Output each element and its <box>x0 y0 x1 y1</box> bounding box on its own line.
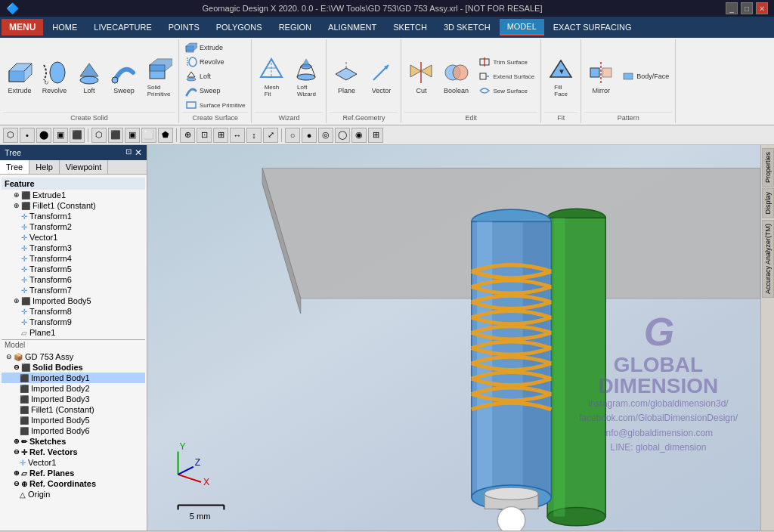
svg-marker-27 <box>336 68 357 80</box>
loft-surface-button[interactable]: Loft <box>182 70 248 83</box>
toolbar-sep3 <box>281 128 282 142</box>
sew-surface-button[interactable]: Sew Surface <box>475 84 537 97</box>
tree-item-transform1[interactable]: ✛ Transform1 <box>2 211 145 221</box>
mesh-fit-button[interactable]: MeshFit <box>255 54 288 99</box>
menu-livecapture[interactable]: LIVECAPTURE <box>86 19 159 36</box>
toolbar-icon13[interactable]: ● <box>302 128 317 143</box>
menu-model[interactable]: MODEL <box>500 19 544 36</box>
loft-solid-button[interactable]: Loft <box>73 57 106 96</box>
toolbar-icon14[interactable]: ◎ <box>318 128 333 143</box>
panel-close-button[interactable]: ✕ <box>135 147 142 158</box>
toolbar-icon8[interactable]: ⊞ <box>213 128 228 143</box>
right-tab-display[interactable]: Display <box>762 188 774 218</box>
boolean-button[interactable]: Boolean <box>439 57 472 96</box>
toolbar-face-btn[interactable]: ▣ <box>53 128 68 143</box>
toolbar-icon12[interactable]: ○ <box>285 128 300 143</box>
tree-item-transform4[interactable]: ✛ Transform4 <box>2 253 145 264</box>
toolbar-icon2[interactable]: ⬛ <box>108 128 123 143</box>
sweep-surface-button[interactable]: Sweep <box>182 84 248 97</box>
tree-item-ref-vectors[interactable]: ⊖ ✛ Ref. Vectors <box>2 447 145 457</box>
tree-item-transform8[interactable]: ✛ Transform8 <box>2 306 145 317</box>
extrude-solid-button[interactable]: Extrude <box>3 57 36 96</box>
fill-face-button[interactable]: ▼ FillFace <box>544 54 577 99</box>
menu-polygons[interactable]: POLYGONS <box>209 19 270 36</box>
maximize-button[interactable]: □ <box>741 2 753 14</box>
cut-button[interactable]: Cut <box>404 57 438 96</box>
toolbar-icon5[interactable]: ⬟ <box>158 128 173 143</box>
main-area: Tree ⊡ ✕ Tree Help Viewpoint Feature ⊕ ⬛… <box>0 145 774 530</box>
toolbar-icon17[interactable]: ⊞ <box>368 128 383 143</box>
tree-item-imported-body2[interactable]: ⬛ Imported Body2 <box>2 383 145 394</box>
menu-home[interactable]: HOME <box>45 19 85 36</box>
tab-tree[interactable]: Tree <box>0 160 29 174</box>
tree-item-plane1[interactable]: ▱ Plane1 <box>2 327 145 338</box>
toolbar-body-btn[interactable]: ⬛ <box>70 128 85 143</box>
toolbar-edge-btn[interactable]: ⬤ <box>36 128 51 143</box>
tree-item-extrude1[interactable]: ⊕ ⬛ Extrude1 <box>2 190 145 200</box>
surface-primitive-button[interactable]: Surface Primitive <box>182 98 248 112</box>
tree-item-imported-body5[interactable]: ⊕ ⬛ Imported Body5 <box>2 295 145 306</box>
extrude-surface-button[interactable]: Extrude <box>182 41 248 54</box>
ref-geometry-buttons: Plane Vector <box>330 41 398 112</box>
toolbar-icon16[interactable]: ◉ <box>351 128 367 143</box>
menu-sketch[interactable]: SKETCH <box>385 19 435 36</box>
tree-item-transform7[interactable]: ✛ Transform7 <box>2 285 145 295</box>
menu-exact-surfacing[interactable]: EXACT SURFACING <box>546 19 639 36</box>
tree-item-fillet1[interactable]: ⊕ ⬛ Fillet1 (Constant) <box>2 200 145 211</box>
tab-viewpoint[interactable]: Viewpoint <box>60 160 109 174</box>
tree-item-sketches[interactable]: ⊕ ✏ Sketches <box>2 436 145 447</box>
menu-3d-sketch[interactable]: 3D SKETCH <box>436 19 498 36</box>
tree-item-solid-bodies[interactable]: ⊖ ⬛ Solid Bodies <box>2 362 145 373</box>
minimize-button[interactable]: _ <box>726 2 738 14</box>
tree-item-imported-body1[interactable]: ⬛ Imported Body1 <box>2 373 145 383</box>
tree-label: Imported Body6 <box>31 426 90 435</box>
mirror-button[interactable]: Mirror <box>584 57 618 96</box>
toolbar-select-btn[interactable]: ⬡ <box>3 128 18 143</box>
toolbar-icon10[interactable]: ↕ <box>246 128 262 143</box>
tree-item-assembly[interactable]: ⊖ 📦 GD 753 Assy <box>2 351 145 362</box>
tree-item-imported-body6[interactable]: ⬛ Imported Body6 <box>2 425 145 436</box>
menu-points[interactable]: POINTS <box>161 19 207 36</box>
tree-item-ref-planes[interactable]: ⊕ ▱ Ref. Planes <box>2 468 145 478</box>
toolbar-icon7[interactable]: ⊡ <box>197 128 212 143</box>
tree-item-origin[interactable]: △ Origin <box>2 489 145 500</box>
tree-item-vector1b[interactable]: ✛ Vector1 <box>2 457 145 468</box>
panel-resize-button[interactable]: ⊡ <box>125 147 132 158</box>
tree-item-transform9[interactable]: ✛ Transform9 <box>2 317 145 327</box>
toolbar-icon6[interactable]: ⊕ <box>180 128 195 143</box>
toolbar-point-btn[interactable]: • <box>20 128 35 143</box>
toolbar-icon11[interactable]: ⤢ <box>263 128 278 143</box>
menu-region[interactable]: REGION <box>271 19 319 36</box>
toolbar-icon3[interactable]: ▣ <box>125 128 140 143</box>
revolve-surface-button[interactable]: Revolve <box>182 55 248 69</box>
trim-surface-button[interactable]: Trim Surface <box>475 55 537 69</box>
toolbar-icon4[interactable]: ⬜ <box>141 128 156 143</box>
solid-primitive-button[interactable]: SolidPrimitive <box>142 54 175 99</box>
tree-item-fillet1-const[interactable]: ⬛ Fillet1 (Constant) <box>2 404 145 415</box>
tree-item-transform3[interactable]: ✛ Transform3 <box>2 243 145 253</box>
plane-button[interactable]: Plane <box>330 57 363 96</box>
tree-item-transform6[interactable]: ✛ Transform6 <box>2 274 145 285</box>
tree-item-imported-body3[interactable]: ⬛ Imported Body3 <box>2 394 145 404</box>
tree-item-vector1[interactable]: ✛ Vector1 <box>2 232 145 243</box>
tree-item-transform5[interactable]: ✛ Transform5 <box>2 264 145 274</box>
right-tab-properties[interactable]: Properties <box>762 148 774 187</box>
tree-item-transform2[interactable]: ✛ Transform2 <box>2 221 145 232</box>
vector-button[interactable]: Vector <box>364 57 398 96</box>
loft-wizard-button[interactable]: LoftWizard <box>289 54 323 99</box>
tree-item-ref-coordinates[interactable]: ⊖ ⊕ Ref. Coordinates <box>2 478 145 489</box>
extend-surface-button[interactable]: Extend Surface <box>475 70 537 83</box>
revolve-solid-button[interactable]: ↻ Revolve <box>38 57 71 96</box>
viewport[interactable]: X Y Z 5 mm G GLOBAL DIMENSION instagram.… <box>147 145 760 530</box>
right-tab-accuracy[interactable]: Accuracy Analyzer(TM) <box>762 220 774 298</box>
close-button[interactable]: ✕ <box>756 2 768 14</box>
menu-alignment[interactable]: ALIGNMENT <box>320 19 384 36</box>
body-face-button[interactable]: Body/Face <box>619 70 672 83</box>
sweep-solid-button[interactable]: Sweep <box>107 57 141 96</box>
toolbar-icon9[interactable]: ↔ <box>230 128 245 143</box>
tab-help[interactable]: Help <box>29 160 60 174</box>
toolbar-icon1[interactable]: ⬡ <box>91 128 107 143</box>
tree-item-imported-body5b[interactable]: ⬛ Imported Body5 <box>2 415 145 425</box>
toolbar-icon15[interactable]: ◯ <box>335 128 350 143</box>
menu-main-button[interactable]: MENU <box>2 19 43 36</box>
